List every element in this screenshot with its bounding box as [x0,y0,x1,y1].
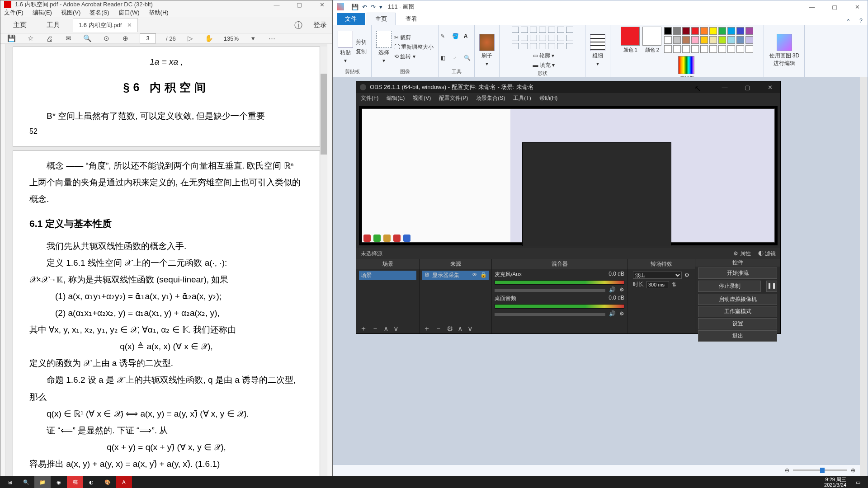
obs-menu-profile[interactable]: 配置文件(P) [439,94,468,102]
help-icon[interactable]: ⓘ [294,20,302,31]
source-item[interactable]: 🖥显示器采集👁🔒 [422,271,489,280]
palette-color[interactable] [718,45,726,53]
print-icon[interactable]: 🖨 [45,34,54,43]
close-icon[interactable]: ✕ [850,4,864,10]
palette-color[interactable] [727,45,735,53]
palette-color[interactable] [727,36,735,44]
palette-color[interactable] [745,36,753,44]
palette-color[interactable] [709,36,717,44]
system-clock[interactable]: 9:29 周三 2021/3/24 [824,477,850,488]
save-icon[interactable]: 💾 [7,34,16,43]
palette-color[interactable] [736,27,744,35]
pause-icon[interactable]: ❚❚ [766,281,777,292]
palette-color[interactable] [664,45,672,53]
zoom-in-icon[interactable]: ⊕ [851,467,855,474]
tab-tools[interactable]: 工具 [39,17,67,33]
ribbon-tab-file[interactable]: 文件 [337,13,365,25]
paint-canvas[interactable]: OBS 26.1.1 (64-bit, windows) - 配置文件: 未命名… [333,77,868,476]
canvas-scroll-v[interactable] [860,77,868,476]
color2-swatch[interactable] [642,27,661,46]
obs-menu-view[interactable]: 视图(V) [413,94,431,102]
eye-icon[interactable]: 👁 [472,272,477,279]
paint3d-button[interactable]: 使用画图 3D 进行编辑 [766,34,802,67]
menu-file[interactable]: 文件(F) [4,9,24,17]
zoom-knob[interactable] [820,468,825,473]
palette-color[interactable] [691,36,699,44]
minimize-icon[interactable]: — [805,4,819,10]
edit-colors-icon[interactable] [678,56,694,74]
more-icon[interactable]: ⋯ [268,34,277,43]
gear-icon[interactable]: ⚙ [447,324,453,333]
gear-icon[interactable]: ⚙ [619,286,624,295]
palette-color[interactable] [745,45,753,53]
vertical-scrollbar[interactable] [321,47,327,488]
palette-color[interactable] [673,27,681,35]
text-tool-icon[interactable]: A [464,33,473,39]
crop-button[interactable]: ✂ 裁剪 [394,34,434,42]
exit-button[interactable]: 退出 [698,330,777,342]
palette-color[interactable] [682,36,690,44]
obs-titlebar[interactable]: OBS 26.1.1 (64-bit, windows) - 配置文件: 未命名… [356,81,780,93]
zoom-slider[interactable] [793,469,847,471]
shape-gallery[interactable] [512,27,573,49]
maximize-icon[interactable]: ▢ [741,84,754,91]
cut-button[interactable]: 剪切 [356,38,367,46]
select-tool-icon[interactable]: ▷ [186,34,195,43]
maximize-icon[interactable]: ▢ [292,1,306,8]
palette-color[interactable] [718,27,726,35]
color-palette[interactable] [664,27,753,53]
fill-tool-icon[interactable]: 🪣 [452,33,461,39]
speaker-icon[interactable]: 🔊 [609,310,616,319]
menu-window[interactable]: 窗口(W) [118,9,140,17]
palette-color[interactable] [673,36,681,44]
obs-menu-tools[interactable]: 工具(T) [513,94,531,102]
tab-document[interactable]: 1.6 内积空间.pdf ✕ [73,18,138,32]
palette-color[interactable] [736,45,744,53]
acrobat-taskbar-icon[interactable]: A [116,476,132,488]
app-red-icon[interactable]: 稿 [67,476,83,488]
notification-icon[interactable]: ▭ [850,476,866,488]
page-up-icon[interactable]: ⊙ [102,34,111,43]
palette-color[interactable] [736,36,744,44]
palette-color[interactable] [700,45,708,53]
stepper-icon[interactable]: ⇅ [672,282,676,288]
close-icon[interactable]: ✕ [763,84,777,91]
acrobat-titlebar[interactable]: 1.6 内积空间.pdf - Adobe Acrobat Reader DC (… [0,0,332,9]
studio-mode-button[interactable]: 工作室模式 [698,306,777,317]
login-button[interactable]: 登录 [313,21,327,29]
mic-slider[interactable] [495,289,605,292]
page-down-icon[interactable]: ⊕ [121,34,130,43]
up-icon[interactable]: ∧ [383,324,389,333]
explorer-icon[interactable]: 📁 [34,476,51,488]
start-button[interactable]: ⊞ [2,476,18,488]
paint-titlebar[interactable]: 💾 ↶ ↷ ▾ 111 - 画图 — ▢ ✕ [333,0,868,13]
speaker-icon[interactable]: 🔊 [609,286,616,295]
virtual-cam-button[interactable]: 启动虚拟摄像机 [698,294,777,305]
palette-color[interactable] [709,45,717,53]
palette-color[interactable] [709,27,717,35]
duration-input[interactable] [646,281,669,288]
palette-color[interactable] [745,27,753,35]
obs-menu-help[interactable]: 帮助(H) [539,94,558,102]
size-button[interactable]: 粗细▾ [590,34,605,67]
left-pane-toggle[interactable] [0,44,6,488]
remove-icon[interactable]: － [435,324,442,333]
tab-close-icon[interactable]: ✕ [127,22,132,28]
stop-record-button[interactable]: 停止录制 [698,281,761,292]
desktop-slider[interactable] [495,313,605,316]
qat-dropdown-icon[interactable]: ▾ [379,4,382,10]
paste-button[interactable]: 粘贴▾ [338,31,353,64]
menu-help[interactable]: 帮助(H) [149,9,169,17]
palette-color[interactable] [700,36,708,44]
palette-color[interactable] [682,45,690,53]
palette-color[interactable] [664,36,672,44]
brush-button[interactable]: 刷子▾ [479,34,495,67]
ribbon-tab-home[interactable]: 主页 [367,13,396,25]
properties-button[interactable]: ⚙ 属性 [733,250,750,258]
pencil-tool-icon[interactable]: ✎ [440,33,449,39]
add-icon[interactable]: ＋ [423,324,430,333]
tab-home[interactable]: 主页 [6,17,34,33]
palette-color[interactable] [700,27,708,35]
chrome-icon[interactable]: ◉ [51,476,67,488]
ribbon-help-icon[interactable]: ？ [858,17,864,25]
